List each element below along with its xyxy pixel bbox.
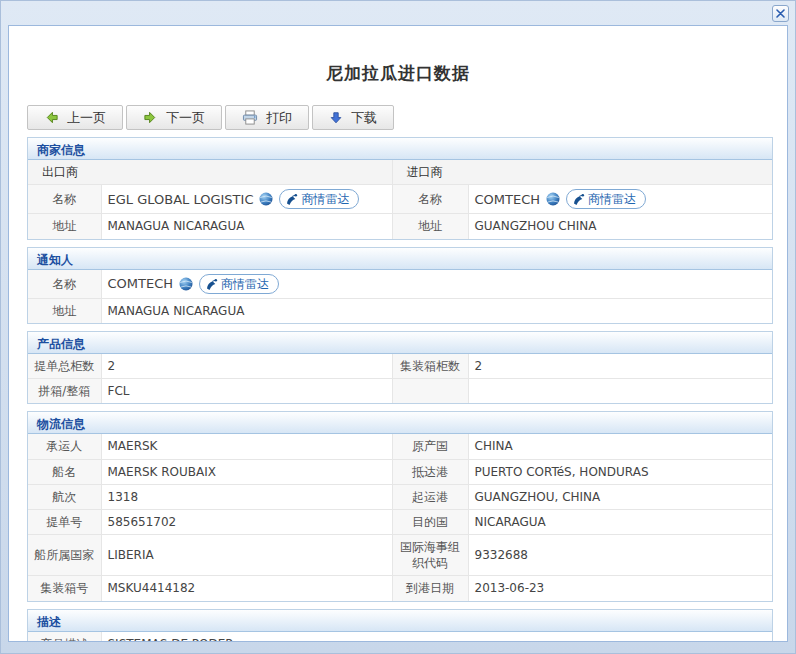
row-label: 船所属国家 <box>28 535 101 576</box>
download-label: 下载 <box>351 109 377 127</box>
next-page-label: 下一页 <box>166 109 205 127</box>
toolbar: 上一页 下一页 打印 <box>27 105 787 130</box>
radar-dish-icon <box>573 193 585 205</box>
row-value: CHINA <box>468 434 772 459</box>
row-value: GUANGZHOU, CHINA <box>468 484 772 509</box>
row-label <box>392 379 468 404</box>
product-description-label: 产品描述 <box>28 632 101 642</box>
logistics-row-flag-country: 船所属国家 LIBERIA 国际海事组织代码 9332688 <box>28 535 772 576</box>
logistics-row-container: 集装箱号 MSKU4414182 到港日期 2013-06-23 <box>28 576 772 601</box>
row-label: 拼箱/整箱 <box>28 379 101 404</box>
row-value: MAERSK <box>101 434 392 459</box>
row-value: 1318 <box>101 484 392 509</box>
merchant-name-row: 名称 EGL GLOBAL LOGISTIC 商情雷达 <box>28 185 772 214</box>
logistics-row-vessel: 船名 MAERSK ROUBAIX 抵达港 PUERTO CORTéS, HON… <box>28 459 772 484</box>
row-label: 到港日期 <box>392 576 468 601</box>
notify-address-value: MANAGUA NICARAGUA <box>101 298 772 323</box>
radar-badge-label: 商情雷达 <box>221 276 269 292</box>
row-label: 抵达港 <box>392 459 468 484</box>
row-label: 目的国 <box>392 509 468 534</box>
section-logistics-info: 物流信息 承运人 MAERSK 原产国 CHINA 船名 MAERSK ROUB… <box>27 411 773 601</box>
row-value: NICARAGUA <box>468 509 772 534</box>
globe-icon[interactable] <box>546 192 560 206</box>
exporter-name-value: EGL GLOBAL LOGISTIC <box>108 191 254 209</box>
row-value: LIBERIA <box>101 535 392 576</box>
arrow-right-icon <box>143 110 158 125</box>
globe-icon[interactable] <box>179 277 193 291</box>
logistics-row-bl-number: 提单号 585651702 目的国 NICARAGUA <box>28 509 772 534</box>
notify-name-label: 名称 <box>28 270 101 299</box>
row-value: MAERSK ROUBAIX <box>101 459 392 484</box>
row-value: MSKU4414182 <box>101 576 392 601</box>
radar-badge[interactable]: 商情雷达 <box>199 274 279 294</box>
row-value: 2013-06-23 <box>468 576 772 601</box>
logistics-row-carrier: 承运人 MAERSK 原产国 CHINA <box>28 434 772 459</box>
section-notify-party: 通知人 名称 COMTECH <box>27 247 773 324</box>
description-row: 产品描述 SISTEMAS DE PODER <box>28 632 772 642</box>
row-value: PUERTO CORTéS, HONDURAS <box>468 459 772 484</box>
arrow-down-icon <box>329 111 343 125</box>
merchant-subheader-row: 出口商 进口商 <box>28 160 772 185</box>
prev-page-button[interactable]: 上一页 <box>27 105 123 130</box>
row-label: 国际海事组织代码 <box>392 535 468 576</box>
print-button[interactable]: 打印 <box>225 105 309 130</box>
importer-header: 进口商 <box>392 160 772 185</box>
arrow-left-icon <box>44 110 59 125</box>
row-value: 2 <box>468 354 772 379</box>
row-value: 9332688 <box>468 535 772 576</box>
globe-icon[interactable] <box>259 192 273 206</box>
exporter-name-label: 名称 <box>28 185 101 214</box>
radar-badge[interactable]: 商情雷达 <box>279 189 359 209</box>
window-content: 尼加拉瓜进口数据 上一页 下一页 <box>8 25 788 642</box>
radar-badge[interactable]: 商情雷达 <box>566 189 646 209</box>
section-description: 描述 产品描述 SISTEMAS DE PODER <box>27 609 773 642</box>
prev-page-label: 上一页 <box>67 109 106 127</box>
row-label: 集装箱柜数 <box>392 354 468 379</box>
download-button[interactable]: 下载 <box>312 105 394 130</box>
row-label: 起运港 <box>392 484 468 509</box>
row-label: 提单号 <box>28 509 101 534</box>
exporter-address-label: 地址 <box>28 214 101 239</box>
row-value: 2 <box>101 354 392 379</box>
row-label: 船名 <box>28 459 101 484</box>
importer-name-value: COMTECH <box>475 191 541 209</box>
import-data-window: 尼加拉瓜进口数据 上一页 下一页 <box>0 0 796 654</box>
section-merchant-info: 商家信息 出口商 进口商 名称 EGL GLOBAL LOGISTIC <box>27 137 773 240</box>
row-value: 585651702 <box>101 509 392 534</box>
section-description-title: 描述 <box>28 610 772 632</box>
product-row-0: 提单总柜数 2 集装箱柜数 2 <box>28 354 772 379</box>
row-label: 原产国 <box>392 434 468 459</box>
section-merchant-title: 商家信息 <box>28 138 772 160</box>
product-description-value: SISTEMAS DE PODER <box>101 632 772 642</box>
row-value <box>468 379 772 404</box>
close-button[interactable] <box>772 5 789 22</box>
exporter-address-value: MANAGUA NICARAGUA <box>101 214 392 239</box>
notify-address-label: 地址 <box>28 298 101 323</box>
next-page-button[interactable]: 下一页 <box>126 105 222 130</box>
print-label: 打印 <box>266 109 292 127</box>
close-icon <box>776 9 785 18</box>
radar-dish-icon <box>286 193 298 205</box>
page-title: 尼加拉瓜进口数据 <box>9 62 787 85</box>
radar-dish-icon <box>206 278 218 290</box>
row-label: 提单总柜数 <box>28 354 101 379</box>
importer-address-label: 地址 <box>392 214 468 239</box>
section-product-title: 产品信息 <box>28 332 772 354</box>
notify-name-row: 名称 COMTECH 商情雷达 <box>28 270 772 299</box>
window-titlebar <box>1 1 795 25</box>
row-label: 承运人 <box>28 434 101 459</box>
row-label: 航次 <box>28 484 101 509</box>
row-label: 集装箱号 <box>28 576 101 601</box>
importer-name-label: 名称 <box>392 185 468 214</box>
section-product-info: 产品信息 提单总柜数 2 集装箱柜数 2 拼箱/整箱 FCL <box>27 331 773 404</box>
radar-badge-label: 商情雷达 <box>588 191 636 207</box>
notify-name-value: COMTECH <box>108 275 174 293</box>
exporter-header: 出口商 <box>28 160 392 185</box>
notify-address-row: 地址 MANAGUA NICARAGUA <box>28 298 772 323</box>
printer-icon <box>242 110 258 125</box>
logistics-row-voyage: 航次 1318 起运港 GUANGZHOU, CHINA <box>28 484 772 509</box>
section-logistics-title: 物流信息 <box>28 412 772 434</box>
product-row-1: 拼箱/整箱 FCL <box>28 379 772 404</box>
section-notify-title: 通知人 <box>28 248 772 270</box>
radar-badge-label: 商情雷达 <box>301 191 349 207</box>
